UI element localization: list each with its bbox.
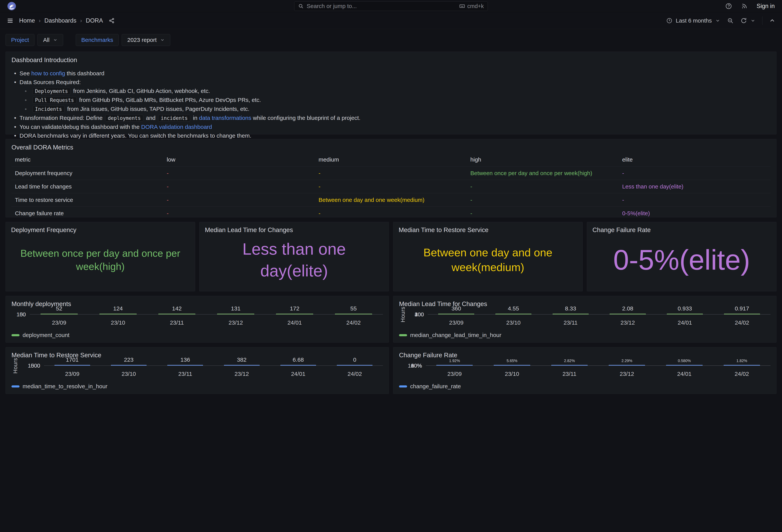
bar-value-label: 0.917 — [735, 305, 749, 312]
search-icon — [298, 3, 304, 9]
time-range-picker[interactable]: Last 6 months — [666, 17, 720, 24]
legend-item[interactable]: deployment_count — [11, 331, 383, 339]
project-variable-select[interactable]: All — [37, 34, 63, 46]
bar-value-label: 0.580% — [678, 358, 691, 363]
x-tick-label: 23/12 — [213, 371, 270, 377]
sign-in-button[interactable]: Sign in — [756, 3, 775, 9]
bar — [438, 314, 474, 314]
table-cell-medium: - — [315, 210, 467, 217]
bar — [494, 365, 530, 366]
median-time-to-restore-stat-panel: Median Time to Restore Service Between o… — [393, 222, 583, 291]
zoom-out-icon[interactable] — [727, 17, 734, 24]
bar-value-label: 0.933 — [678, 305, 692, 312]
bar — [724, 365, 760, 366]
legend-item[interactable]: median_change_lead_time_in_hour — [399, 331, 771, 339]
intro-list-item: DORA benchmarks vary in different years.… — [11, 131, 771, 140]
change-failure-rate-chart-panel: Change Failure Rate0%20%40%60%80%100%1.9… — [393, 347, 777, 394]
bar — [224, 365, 259, 366]
breadcrumb-item-home[interactable]: Home — [19, 17, 35, 24]
bar-value-label: 124 — [113, 305, 123, 312]
bar-value-label: 223 — [124, 356, 134, 363]
legend-color-chip — [399, 334, 407, 336]
x-tick-label: 23/11 — [147, 319, 206, 326]
chevron-down-icon — [715, 18, 720, 23]
refresh-button[interactable] — [741, 17, 755, 24]
bar — [436, 365, 473, 366]
table-cell-elite: - — [619, 170, 771, 177]
help-icon[interactable] — [725, 3, 732, 9]
menu-icon[interactable] — [7, 17, 13, 24]
column-header-high: high — [467, 156, 619, 163]
y-tick-label: 100% — [408, 363, 422, 369]
bar-value-label: 172 — [290, 305, 299, 312]
search-input[interactable]: Search or jump to... cmd+k — [294, 1, 488, 11]
bar-value-label: 1.92% — [449, 358, 460, 363]
column-header-metric: metric — [11, 156, 163, 163]
code-chip: Deployments — [33, 88, 70, 94]
table-cell-metric: Deployment frequency — [11, 170, 163, 177]
bar-value-label: 2.08 — [622, 305, 633, 312]
y-tick-label: 150 — [16, 311, 26, 318]
bar-value-label: 2.82% — [564, 358, 575, 363]
x-axis-labels: 23/0923/1023/1123/1224/0124/02 — [426, 371, 771, 377]
bar — [276, 314, 313, 314]
panel-title: Change Failure Rate — [587, 222, 776, 234]
bar — [724, 314, 760, 314]
intro-sublist-item: Pull Requests from GitHub PRs, GitLab MR… — [23, 96, 771, 105]
legend-color-chip — [11, 385, 20, 387]
median-lead-time-chart-panel: Median Lead Time for ChangesHours0100200… — [393, 296, 777, 343]
table-cell-elite: 0-5%(elite) — [619, 210, 771, 217]
bar — [335, 314, 372, 314]
deployment-frequency-stat-panel: Deployment Frequency Between once per da… — [5, 222, 195, 291]
table-cell-high: Between once per day and once per week(h… — [467, 170, 619, 177]
bar-value-label: 52 — [56, 305, 62, 312]
project-variable-label: Project — [5, 34, 34, 46]
table-cell-medium: - — [315, 170, 467, 177]
intro-link[interactable]: how to config — [31, 70, 65, 76]
legend-item[interactable]: change_failure_rate — [399, 382, 771, 390]
table-cell-elite: - — [619, 197, 771, 203]
y-tick-label: 1500 — [28, 363, 40, 369]
bar — [158, 314, 196, 314]
dashboard-introduction-panel: Dashboard Introduction See how to config… — [5, 51, 777, 135]
table-cell-low: - — [163, 197, 315, 203]
breadcrumb-item-dashboards[interactable]: Dashboards — [44, 17, 76, 24]
chart-body: Hours05001000150017012231363826.68023/09… — [11, 366, 383, 390]
bar-value-label: 142 — [172, 305, 182, 312]
code-chip: Pull Requests — [33, 97, 76, 104]
panel-title: Dashboard Introduction — [11, 56, 771, 64]
x-tick-label: 24/01 — [265, 319, 324, 326]
intro-link[interactable]: DORA validation dashboard — [141, 124, 212, 130]
chevron-up-icon[interactable] — [769, 18, 775, 24]
bar — [280, 365, 316, 366]
x-tick-label: 24/01 — [655, 371, 713, 377]
bar-value-label: 4.55 — [508, 305, 519, 312]
benchmarks-variable-label: Benchmarks — [76, 34, 119, 46]
share-icon[interactable] — [109, 17, 115, 24]
chevron-down-icon[interactable] — [750, 18, 755, 23]
legend-item[interactable]: median_time_to_resolve_in_hour — [11, 382, 383, 390]
table-cell-elite: Less than one day(elite) — [619, 183, 771, 190]
rss-icon[interactable] — [741, 3, 748, 9]
monthly-deployments-chart-panel: Monthly deployments050100150521241421311… — [5, 296, 389, 343]
benchmarks-variable-select[interactable]: 2023 report — [122, 34, 170, 46]
bar — [610, 314, 646, 314]
intro-link[interactable]: data transformations — [199, 115, 251, 121]
bar-value-label: 6.68 — [293, 356, 304, 363]
legend-color-chip — [11, 334, 20, 336]
table-row: Time to restore service-Between one day … — [11, 193, 771, 206]
table-cell-high: - — [467, 197, 619, 203]
charts-row-1: Monthly deployments050100150521241421311… — [5, 296, 777, 343]
table-row: Lead time for changes---Less than one da… — [11, 180, 771, 193]
intro-list-item: You can validate/debug this dashboard wi… — [11, 122, 771, 131]
bar-value-label: 8.33 — [565, 305, 576, 312]
devlake-logo-icon[interactable] — [7, 2, 16, 10]
table-cell-metric: Lead time for changes — [11, 183, 163, 190]
project-variable: Project All — [5, 34, 63, 46]
bar-value-label: 131 — [231, 305, 241, 312]
code-chip: Incidents — [33, 106, 65, 113]
x-tick-label: 23/11 — [541, 371, 598, 377]
x-tick-label: 23/09 — [426, 371, 483, 377]
bar — [667, 314, 703, 314]
x-tick-label: 24/01 — [270, 371, 326, 377]
